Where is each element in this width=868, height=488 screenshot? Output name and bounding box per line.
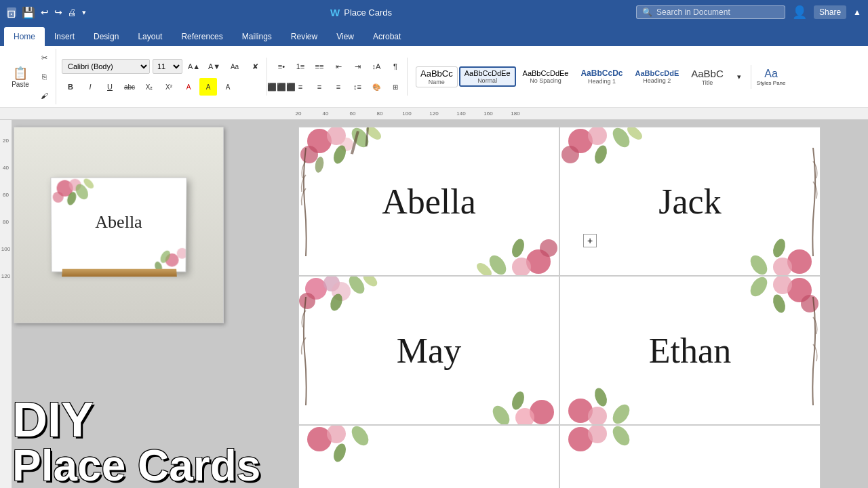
multilevel-list[interactable]: ≡≡ [311,58,328,75]
style-name[interactable]: AaBbCc Name [416,66,458,87]
increase-indent[interactable]: ⇥ [349,58,366,75]
line-spacing[interactable]: ↕≡ [349,78,366,96]
card-name-abella: Abella [382,182,476,222]
copy-button[interactable]: ⎘ [35,68,53,85]
place-card-bottom-right[interactable] [559,425,821,488]
share-button[interactable]: Share [814,5,846,19]
tab-home[interactable]: Home [4,27,45,46]
tab-insert[interactable]: Insert [45,27,84,46]
format-painter[interactable]: 🖌 [35,87,53,104]
place-card-ethan[interactable]: Ethan [559,276,821,425]
svg-point-45 [490,403,513,424]
v-ruler-mark: 120 [1,269,10,283]
text-effects[interactable]: A [219,78,237,96]
place-card-bottom-left[interactable]: Aee [298,425,559,488]
expand-table-button[interactable]: + [583,234,597,247]
style-no-spacing[interactable]: AaBbCcDdEe No Spacing [517,66,574,87]
tab-mailings[interactable]: Mailings [233,27,281,46]
strikethrough-button[interactable]: abc [121,78,138,96]
card-name-may: May [397,331,461,371]
paste-button[interactable]: 📋 Paste [7,64,34,89]
styles-pane-button[interactable]: Aa Styles Pane [754,66,789,87]
font-color-button[interactable]: A [180,78,197,96]
highlight-button[interactable]: A [199,78,217,96]
tab-design[interactable]: Design [84,27,128,46]
thumbnail-card-name: Abella [52,212,186,232]
user-icon[interactable]: 👤 [792,5,807,20]
style-title[interactable]: AaBbC Title [686,65,729,89]
clear-format[interactable]: ✘ [246,58,264,75]
quick-access-undo[interactable]: ↩ [41,7,49,18]
tab-acrobat[interactable]: Acrobat [363,27,410,46]
search-box[interactable]: 🔍 Search in Document [636,5,785,19]
overlay-text: DIY Place Cards [12,395,277,487]
font-group: Calibri (Body) 11 A▲ A▼ Aa ✘ B I U abc X… [59,58,267,96]
justify[interactable]: ≡ [330,78,347,96]
quick-access-redo[interactable]: ↪ [54,7,62,18]
style-heading1[interactable]: AaBbCcDc Heading 1 [575,66,628,87]
superscript-button[interactable]: X² [160,78,178,96]
style-heading2[interactable]: AaBbCcDdE Heading 2 [629,66,684,87]
align-left[interactable]: ⬛⬛⬛ [273,78,290,96]
borders-button[interactable]: ⊞ [387,78,404,96]
place-card-may[interactable]: May [298,276,559,425]
style-normal[interactable]: AaBbCcDdEe Normal [459,66,516,87]
win-restore[interactable]: ⊡ [7,7,16,17]
svg-point-54 [610,401,633,424]
cut-button[interactable]: ✂ [35,49,53,66]
vertical-ruler: 20 40 60 80 100 120 [0,120,12,488]
font-size-select[interactable]: 11 [153,59,182,74]
ruler-mark [332,110,346,117]
horizontal-ruler: 20 40 60 80 100 120 140 160 180 [0,108,868,120]
ruler-mark [305,110,319,117]
v-ruler-mark: 40 [3,161,9,174]
feather-left-3 [299,297,313,405]
styles-group: AaBbCc Name AaBbCcDdEe Normal AaBbCcDdEe… [410,65,751,89]
place-card-jack[interactable]: Jack [559,127,821,276]
show-formatting[interactable]: ¶ [387,58,404,75]
decrease-indent[interactable]: ⇤ [330,58,347,75]
italic-button[interactable]: I [81,78,99,96]
paste-label: Paste [12,81,29,88]
align-center[interactable]: ≡ [292,78,309,96]
styles-more[interactable]: ▾ [730,68,748,85]
ribbon-toggle[interactable]: ▲ [853,7,861,17]
font-family-select[interactable]: Calibri (Body) [62,59,150,74]
quick-access-print[interactable]: 🖨 [68,7,77,18]
decrease-font[interactable]: A▼ [205,58,223,75]
sort-button[interactable]: ↕A [368,58,385,75]
bold-button[interactable]: B [62,78,79,96]
floral-top-left-1 [299,127,394,195]
tab-view[interactable]: View [327,27,363,46]
ruler-marks: 20 40 60 80 100 120 140 160 180 [292,110,522,117]
subscript-button[interactable]: X₂ [140,78,158,96]
numbering-button[interactable]: 1≡ [292,58,309,75]
tab-layout[interactable]: Layout [128,27,172,46]
shading-button[interactable]: 🎨 [368,78,385,96]
tab-references[interactable]: References [172,27,232,46]
change-case[interactable]: Aa [226,58,243,75]
quick-access-save[interactable]: 💾 [22,6,35,19]
title-right: 🔍 Search in Document 👤 Share ▲ [636,5,861,20]
ruler-mark: 80 [373,110,387,117]
svg-point-30 [593,144,610,165]
ruler-mark [468,110,481,117]
svg-point-62 [610,426,633,449]
ruler-mark: 140 [454,110,468,117]
svg-point-50 [747,277,771,300]
ruler-mark [495,110,509,117]
window-controls: ⊡ [7,7,16,17]
place-card-abella[interactable]: Abella [298,127,559,276]
bullets-button[interactable]: ≡• [273,58,290,75]
increase-font[interactable]: A▲ [185,58,203,75]
floral-top-left-2 [560,127,655,195]
svg-point-58 [349,426,372,449]
quick-access-more[interactable]: ▾ [82,8,86,17]
document-area: + [292,120,868,488]
ruler-mark: 120 [427,110,441,117]
page-content: Abella [298,127,821,488]
underline-button[interactable]: U [101,78,119,96]
tab-review[interactable]: Review [281,27,327,46]
align-right[interactable]: ≡ [311,78,328,96]
ruler-mark: 100 [400,110,414,117]
